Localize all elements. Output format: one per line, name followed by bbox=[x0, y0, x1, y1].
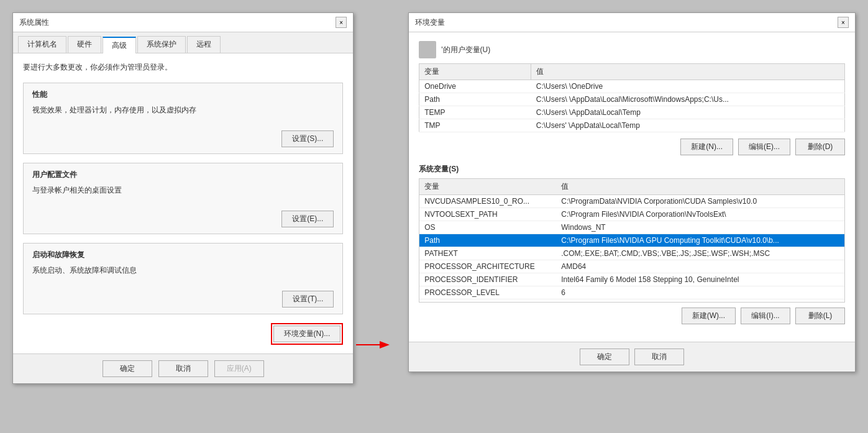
user-vars-col-value: 值 bbox=[531, 64, 845, 80]
user-vars-label: '的用户变量(U) bbox=[441, 45, 490, 55]
user-edit-button[interactable]: 编辑(E)... bbox=[738, 139, 790, 155]
user-var-value: C:\Users\ \AppData\Local\Temp bbox=[531, 106, 845, 119]
sys-vars-btn-row: 新建(W)... 编辑(I)... 删除(L) bbox=[419, 308, 845, 324]
sys-var-scrollbar-cell bbox=[834, 221, 844, 234]
sys-var-scrollbar-cell bbox=[834, 234, 844, 247]
sys-edit-button[interactable]: 编辑(I)... bbox=[741, 308, 790, 324]
sys-vars-row[interactable]: PathC:\Program Files\NVIDIA GPU Computin… bbox=[419, 234, 844, 247]
env-close-button[interactable]: × bbox=[838, 17, 849, 28]
sys-var-scrollbar-cell bbox=[834, 208, 844, 221]
user-vars-table: 变量 值 OneDriveC:\Users\ \OneDrivePathC:\U… bbox=[419, 63, 845, 132]
sys-vars-row[interactable]: PROCESSOR_IDENTIFIERIntel64 Family 6 Mod… bbox=[419, 273, 844, 286]
user-vars-row[interactable]: TEMPC:\Users\ \AppData\Local\Temp bbox=[419, 106, 845, 119]
user-var-name: Path bbox=[419, 93, 531, 106]
sys-var-value: .COM;.EXE;.BAT;.CMD;.VBS;.VBE;.JS;.JSE;.… bbox=[556, 247, 834, 260]
close-button[interactable]: × bbox=[336, 17, 347, 28]
sys-vars-col-name: 变量 bbox=[419, 179, 556, 195]
user-var-value: C:\Users\ \AppData\Local\Microsoft\Windo… bbox=[531, 93, 845, 106]
sys-vars-row[interactable]: OSWindows_NT bbox=[419, 221, 844, 234]
tabs-bar: 计算机名 硬件 高级 系统保护 远程 bbox=[13, 32, 353, 53]
sys-props-title: 系统属性 bbox=[19, 17, 49, 28]
sys-vars-col-value: 值 bbox=[556, 179, 834, 195]
cancel-button[interactable]: 取消 bbox=[158, 360, 208, 377]
tab-remote[interactable]: 远程 bbox=[187, 36, 221, 53]
system-vars-label: 系统变量(S) bbox=[419, 164, 845, 175]
sys-var-scrollbar-cell bbox=[834, 260, 844, 273]
sys-props-footer: 确定 取消 应用(A) bbox=[13, 353, 353, 383]
user-avatar bbox=[419, 41, 436, 58]
sys-props-content: 要进行大多数更改，你必须作为管理员登录。 性能 视觉效果，处理器计划，内存使用，… bbox=[13, 53, 353, 353]
user-var-name: OneDrive bbox=[419, 80, 531, 93]
user-vars-row[interactable]: TMPC:\Users' \AppData\Local\Temp bbox=[419, 119, 845, 132]
user-vars-header: '的用户变量(U) bbox=[419, 41, 845, 58]
tab-computer-name[interactable]: 计算机名 bbox=[18, 36, 66, 53]
user-vars-row[interactable]: PathC:\Users\ \AppData\Local\Microsoft\W… bbox=[419, 93, 845, 106]
ok-button[interactable]: 确定 bbox=[103, 360, 152, 377]
sys-var-name: PROCESSOR_ARCHITECTURE bbox=[419, 260, 556, 273]
performance-desc: 视觉效果，处理器计划，内存使用，以及虚拟内存 bbox=[32, 105, 334, 116]
sys-vars-row[interactable]: PROCESSOR_ARCHITECTUREAMD64 bbox=[419, 260, 844, 273]
apply-button[interactable]: 应用(A) bbox=[214, 360, 264, 377]
title-bar-buttons: × bbox=[336, 17, 347, 28]
notice-text: 要进行大多数更改，你必须作为管理员登录。 bbox=[23, 62, 343, 73]
env-vars-button[interactable]: 环境变量(N)... bbox=[273, 326, 341, 342]
sys-vars-row[interactable]: NVTOOLSEXT_PATHC:\Program Files\NVIDIA C… bbox=[419, 208, 844, 221]
env-title-buttons: × bbox=[838, 17, 849, 28]
sys-var-name: PROCESSOR_IDENTIFIER bbox=[419, 273, 556, 286]
sys-vars-row[interactable]: NVCUDASAMPLES10_0_RO...C:\ProgramData\NV… bbox=[419, 195, 844, 208]
sys-var-value: Windows_NT bbox=[556, 221, 834, 234]
sys-var-name: NVCUDASAMPLES10_0_RO... bbox=[419, 195, 556, 208]
sys-var-name: NVTOOLSEXT_PATH bbox=[419, 208, 556, 221]
user-profile-title: 用户配置文件 bbox=[32, 170, 334, 180]
startup-desc: 系统启动、系统故障和调试信息 bbox=[32, 265, 334, 276]
sys-var-scrollbar-cell bbox=[834, 273, 844, 286]
system-properties-window: 系统属性 × 计算机名 硬件 高级 系统保护 远程 要进行大多数更改，你必须作为… bbox=[12, 12, 354, 384]
user-var-value: C:\Users\ \OneDrive bbox=[531, 80, 845, 93]
performance-title: 性能 bbox=[32, 89, 334, 100]
env-cancel-button[interactable]: 取消 bbox=[634, 349, 684, 365]
env-content: '的用户变量(U) 变量 值 OneDriveC:\Users\ \OneDri… bbox=[409, 32, 855, 342]
sys-var-name: PATHEXT bbox=[419, 247, 556, 260]
sys-vars-row[interactable]: PROCESSOR_LEVEL6 bbox=[419, 286, 844, 299]
user-profile-settings-button[interactable]: 设置(E)... bbox=[281, 211, 334, 227]
sys-delete-button[interactable]: 删除(L) bbox=[795, 308, 845, 324]
env-footer: 确定 取消 bbox=[409, 342, 855, 371]
sys-var-name: Path bbox=[419, 234, 556, 247]
tab-system-protection[interactable]: 系统保护 bbox=[137, 36, 186, 53]
sys-var-value: C:\ProgramData\NVIDIA Corporation\CUDA S… bbox=[556, 195, 834, 208]
sys-var-value: AMD64 bbox=[556, 260, 834, 273]
sys-var-value: Intel64 Family 6 Model 158 Stepping 10, … bbox=[556, 273, 834, 286]
sys-var-scrollbar-cell bbox=[834, 286, 844, 299]
user-profile-btn-row: 设置(E)... bbox=[32, 211, 334, 227]
sys-var-name: OS bbox=[419, 221, 556, 234]
env-vars-btn-container: 环境变量(N)... bbox=[271, 323, 344, 345]
scrollbar-header bbox=[834, 179, 844, 195]
sys-var-value: C:\Program Files\NVIDIA Corporation\NvTo… bbox=[556, 208, 834, 221]
user-vars-col-name: 变量 bbox=[419, 64, 531, 80]
sys-vars-row[interactable]: PATHEXT.COM;.EXE;.BAT;.CMD;.VBS;.VBE;.JS… bbox=[419, 247, 844, 260]
user-new-button[interactable]: 新建(N)... bbox=[680, 139, 733, 155]
startup-section: 启动和故障恢复 系统启动、系统故障和调试信息 设置(T)... bbox=[23, 243, 343, 314]
user-profile-section: 用户配置文件 与登录帐户相关的桌面设置 设置(E)... bbox=[23, 163, 343, 234]
sys-new-button[interactable]: 新建(W)... bbox=[682, 308, 736, 324]
user-delete-button[interactable]: 删除(D) bbox=[795, 139, 845, 155]
env-ok-button[interactable]: 确定 bbox=[580, 349, 629, 365]
sys-var-value: 6 bbox=[556, 286, 834, 299]
startup-btn-row: 设置(T)... bbox=[32, 291, 334, 308]
sys-vars-table: 变量 值 NVCUDASAMPLES10_0_RO...C:\ProgramDa… bbox=[419, 179, 844, 299]
user-vars-btn-row: 新建(N)... 编辑(E)... 删除(D) bbox=[419, 139, 845, 155]
performance-settings-button[interactable]: 设置(S)... bbox=[281, 130, 334, 147]
user-var-name: TMP bbox=[419, 119, 531, 132]
env-title-bar: 环境变量 × bbox=[409, 13, 855, 32]
user-profile-desc: 与登录帐户相关的桌面设置 bbox=[32, 185, 334, 196]
tab-advanced[interactable]: 高级 bbox=[103, 37, 136, 53]
sys-var-name: PROCESSOR_LEVEL bbox=[419, 286, 556, 299]
arrow-indicator bbox=[354, 12, 396, 354]
environment-variables-window: 环境变量 × '的用户变量(U) 变量 值 OneDriveC:\Users\ … bbox=[408, 12, 856, 372]
sys-props-title-bar: 系统属性 × bbox=[13, 13, 353, 32]
startup-settings-button[interactable]: 设置(T)... bbox=[282, 291, 334, 308]
user-vars-row[interactable]: OneDriveC:\Users\ \OneDrive bbox=[419, 80, 845, 93]
sys-vars-table-container[interactable]: 变量 值 NVCUDASAMPLES10_0_RO...C:\ProgramDa… bbox=[419, 178, 845, 303]
tab-hardware[interactable]: 硬件 bbox=[68, 36, 101, 53]
sys-var-value: C:\Program Files\NVIDIA GPU Computing To… bbox=[556, 234, 834, 247]
